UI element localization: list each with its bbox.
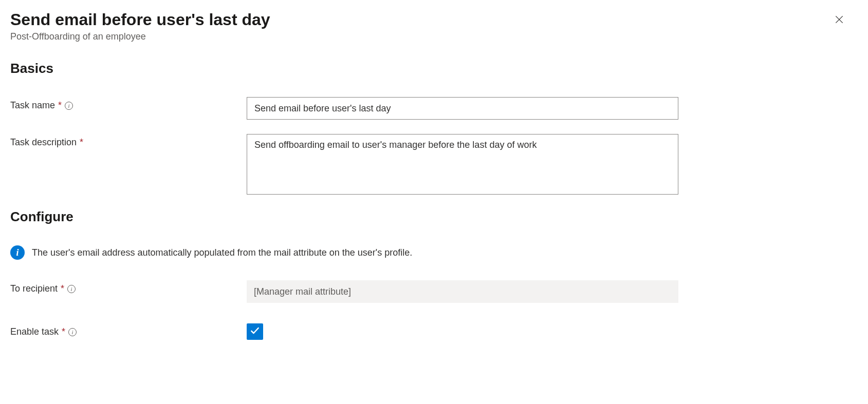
info-icon: i bbox=[10, 245, 25, 260]
enable-task-label: Enable task bbox=[10, 326, 59, 337]
checkmark-icon bbox=[250, 325, 260, 338]
info-icon[interactable]: i bbox=[68, 328, 77, 336]
info-banner-text: The user's email address automatically p… bbox=[32, 247, 412, 258]
required-indicator: * bbox=[62, 326, 65, 337]
required-indicator: * bbox=[80, 137, 83, 148]
task-name-label: Task name bbox=[10, 100, 55, 111]
task-description-input[interactable] bbox=[247, 134, 678, 195]
close-button[interactable] bbox=[831, 11, 847, 29]
info-icon[interactable]: i bbox=[65, 102, 73, 110]
basics-heading: Basics bbox=[10, 61, 858, 76]
page-title: Send email before user's last day bbox=[10, 10, 270, 29]
required-indicator: * bbox=[61, 283, 64, 294]
enable-task-checkbox[interactable] bbox=[247, 323, 263, 340]
task-description-label: Task description bbox=[10, 137, 77, 148]
page-subtitle: Post-Offboarding of an employee bbox=[10, 31, 858, 42]
to-recipient-label: To recipient bbox=[10, 283, 58, 294]
required-indicator: * bbox=[58, 100, 62, 111]
info-icon[interactable]: i bbox=[67, 285, 76, 293]
task-name-input[interactable] bbox=[247, 97, 678, 120]
configure-heading: Configure bbox=[10, 209, 858, 225]
close-icon bbox=[834, 14, 844, 26]
to-recipient-input bbox=[247, 280, 678, 303]
